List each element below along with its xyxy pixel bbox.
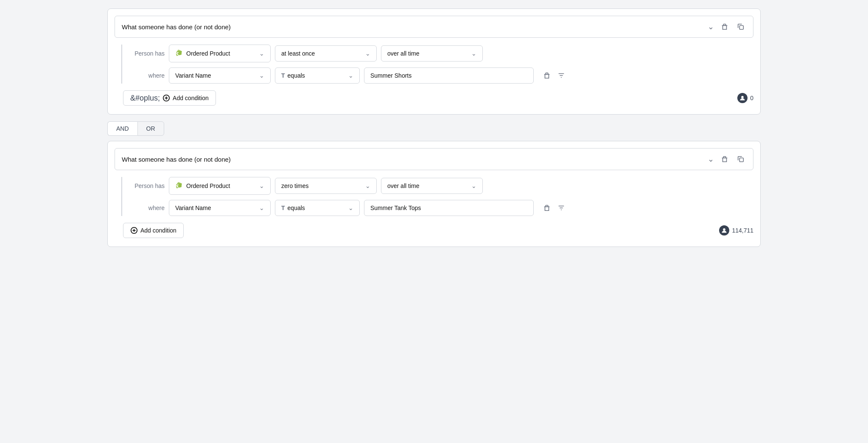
block2-time-label: over all time bbox=[387, 182, 419, 189]
shopify-icon-2 bbox=[175, 182, 184, 190]
block2-row1: Person has Ordered Product ⌄ zero times … bbox=[131, 177, 753, 195]
page-wrapper: What someone has done (or not done) ⌄ bbox=[107, 8, 761, 247]
block1-operator-dropdown[interactable]: T equals ⌄ bbox=[275, 67, 360, 84]
or-button[interactable]: OR bbox=[137, 121, 164, 136]
block2-count-value: 114,711 bbox=[732, 227, 753, 234]
block2-operator-dropdown[interactable]: T equals ⌄ bbox=[275, 200, 360, 216]
block1-add-condition-button[interactable]: &#oplus; Add condition bbox=[123, 90, 216, 106]
block1-frequency-label: at least once bbox=[281, 50, 315, 57]
block1-duplicate-button[interactable] bbox=[735, 21, 746, 32]
block1-header-actions: ⌄ bbox=[708, 21, 746, 32]
svg-rect-10 bbox=[723, 157, 725, 158]
block1-avatar-icon bbox=[737, 93, 748, 103]
block1-frequency-chevron: ⌄ bbox=[365, 50, 370, 57]
svg-rect-11 bbox=[739, 158, 743, 162]
block1-row1-prefix: Person has bbox=[131, 50, 165, 57]
block1-count-badge: 0 bbox=[737, 93, 753, 103]
block1-row2-filter-button[interactable] bbox=[556, 70, 567, 81]
block2-chevron-icon[interactable]: ⌄ bbox=[708, 154, 714, 164]
block2-product-label: Ordered Product bbox=[186, 182, 230, 189]
block2-condition-rows: Person has Ordered Product ⌄ zero times … bbox=[121, 177, 753, 216]
svg-point-17 bbox=[723, 228, 726, 231]
block2-header-actions: ⌄ bbox=[708, 154, 746, 165]
block1-row2: where Variant Name ⌄ T equals ⌄ bbox=[131, 67, 753, 84]
shopify-icon-1 bbox=[175, 49, 184, 58]
and-button[interactable]: AND bbox=[107, 121, 137, 136]
block2-time-dropdown[interactable]: over all time ⌄ bbox=[381, 178, 483, 194]
block1-value-input[interactable] bbox=[364, 67, 534, 84]
block2-time-chevron: ⌄ bbox=[471, 182, 476, 189]
t-icon-1: T bbox=[281, 72, 285, 79]
block1-row2-prefix: where bbox=[131, 72, 165, 79]
svg-rect-13 bbox=[546, 205, 548, 207]
add-condition-plus-icon-1: &#oplus; bbox=[130, 94, 160, 102]
block2-header[interactable]: What someone has done (or not done) ⌄ bbox=[115, 148, 753, 170]
block1-frequency-dropdown[interactable]: at least once ⌄ bbox=[275, 45, 377, 62]
block1-time-chevron: ⌄ bbox=[471, 50, 476, 57]
block1-variant-label: Variant Name bbox=[175, 72, 211, 79]
block2-row2-actions bbox=[541, 202, 567, 213]
block2-add-condition-button[interactable]: Add condition bbox=[123, 223, 184, 238]
block1-count-value: 0 bbox=[750, 95, 753, 101]
t-icon-2: T bbox=[281, 205, 285, 211]
block1-delete-button[interactable] bbox=[719, 21, 730, 32]
block1-product-label: Ordered Product bbox=[186, 50, 230, 57]
block1-condition-rows: Person has Ordered Product ⌄ at least on… bbox=[121, 45, 753, 84]
block2-footer: Add condition 114,711 bbox=[115, 223, 753, 238]
block1-variant-chevron: ⌄ bbox=[259, 72, 264, 79]
block1-header-left: What someone has done (or not done) bbox=[122, 23, 708, 31]
block2-operator-chevron: ⌄ bbox=[348, 205, 353, 211]
block1-row1: Person has Ordered Product ⌄ at least on… bbox=[131, 45, 753, 62]
block2-row1-prefix: Person has bbox=[131, 182, 165, 189]
block2-frequency-dropdown[interactable]: zero times ⌄ bbox=[275, 178, 377, 194]
block1-chevron-icon[interactable]: ⌄ bbox=[708, 22, 714, 31]
block1-operator-chevron: ⌄ bbox=[348, 72, 353, 79]
block2-row2-delete-button[interactable] bbox=[541, 202, 552, 213]
block2-row2-filter-button[interactable] bbox=[556, 202, 567, 213]
block2-variant-chevron: ⌄ bbox=[259, 205, 264, 211]
block1-time-label: over all time bbox=[387, 50, 419, 57]
block1-footer: &#oplus; Add condition bbox=[115, 90, 753, 106]
block2-delete-button[interactable] bbox=[719, 154, 730, 165]
block1-variant-dropdown[interactable]: Variant Name ⌄ bbox=[169, 67, 271, 84]
svg-rect-1 bbox=[723, 24, 725, 26]
block2-duplicate-button[interactable] bbox=[735, 154, 746, 165]
block2-operator-label: equals bbox=[288, 205, 305, 211]
condition-block-2: What someone has done (or not done) ⌄ bbox=[107, 141, 761, 247]
svg-rect-4 bbox=[546, 73, 548, 75]
block2-product-dropdown[interactable]: Ordered Product ⌄ bbox=[169, 177, 271, 195]
block1-product-dropdown[interactable]: Ordered Product ⌄ bbox=[169, 45, 271, 62]
block2-header-left: What someone has done (or not done) bbox=[122, 156, 708, 163]
block2-frequency-chevron: ⌄ bbox=[365, 182, 370, 189]
block2-add-condition-label: Add condition bbox=[140, 227, 176, 234]
block2-count-badge: 114,711 bbox=[719, 225, 753, 236]
condition-block-1: What someone has done (or not done) ⌄ bbox=[107, 8, 761, 115]
block1-operator-label: equals bbox=[288, 72, 305, 79]
svg-point-8 bbox=[741, 96, 744, 98]
block1-row2-delete-button[interactable] bbox=[541, 70, 552, 81]
block2-avatar-icon bbox=[719, 225, 729, 236]
svg-rect-2 bbox=[739, 25, 743, 29]
block2-variant-dropdown[interactable]: Variant Name ⌄ bbox=[169, 200, 271, 216]
block2-row2: where Variant Name ⌄ T equals ⌄ bbox=[131, 200, 753, 216]
block1-time-dropdown[interactable]: over all time ⌄ bbox=[381, 45, 483, 62]
block1-header-label: What someone has done (or not done) bbox=[122, 23, 231, 31]
block1-add-condition-label: Add condition bbox=[173, 95, 209, 101]
block2-variant-label: Variant Name bbox=[175, 205, 211, 211]
block2-header-label: What someone has done (or not done) bbox=[122, 156, 231, 163]
block1-row2-actions bbox=[541, 70, 567, 81]
block2-product-chevron: ⌄ bbox=[259, 182, 264, 189]
logic-row: AND OR bbox=[107, 121, 761, 136]
block2-value-input[interactable] bbox=[364, 200, 534, 216]
block2-row2-prefix: where bbox=[131, 205, 165, 211]
block2-frequency-label: zero times bbox=[281, 182, 309, 189]
block1-product-chevron: ⌄ bbox=[259, 50, 264, 57]
block1-header[interactable]: What someone has done (or not done) ⌄ bbox=[115, 16, 753, 38]
